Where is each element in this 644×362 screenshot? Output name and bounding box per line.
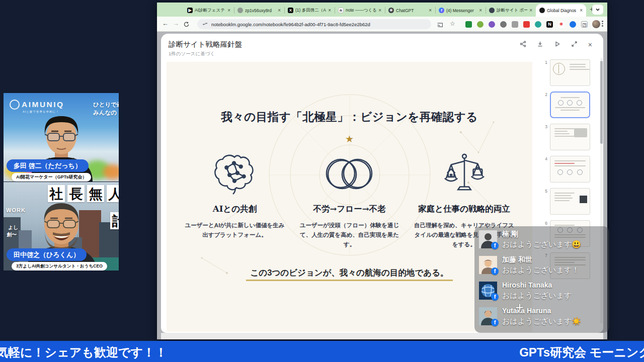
extension-icon-grid[interactable] xyxy=(512,21,518,28)
ticker-program-title: GPTs研究会 モーニング xyxy=(519,344,644,360)
chat-message: f 加藤 和世おはようございます！ xyxy=(474,254,609,280)
extension-icon-notion[interactable]: N xyxy=(546,21,553,28)
aimuniq-logo-text: AIMUNIQ xyxy=(22,100,64,109)
extensions-puzzle-icon[interactable]: ◳ xyxy=(581,21,588,28)
site-settings-icon xyxy=(202,22,208,27)
thumbnail-row: 3 xyxy=(542,124,598,150)
stream-stage: ▶AI診断フェスティ× zp1v56uxy8rd× X(1) 多田啓二（AI× … xyxy=(0,0,644,362)
x-icon: X xyxy=(288,8,293,13)
tab-close-icon[interactable]: × xyxy=(278,8,281,13)
bottom-ticker: 気軽に！シェアも歓迎です！！ GPTs研究会 モーニング xyxy=(0,341,644,362)
chat-message: f Hiroshi Tanakaおはようございます xyxy=(474,280,609,306)
chat-message: f 楠 剛おはようございます😃 xyxy=(474,229,609,254)
vision-column-ai: AIとの共創 ユーザーとAIが共に新しい価値を生み出すプラットフォーム。 xyxy=(180,151,290,249)
chat-text: おはようございます！ xyxy=(502,264,579,276)
url-text: notebooklm.google.com/notebook/fe964b2f-… xyxy=(211,22,370,27)
name-badge-tanaka: 田中啓之（ひろくん） xyxy=(7,248,87,261)
tab-favicon xyxy=(489,8,495,13)
notebook-title: 診断サイト戦略羅針盤 xyxy=(169,40,242,49)
thumbnail-row: 1 xyxy=(542,59,598,86)
extension-icon-red[interactable] xyxy=(523,21,530,28)
tab-search-chevron[interactable] xyxy=(592,5,603,15)
facebook-badge-icon: f xyxy=(491,267,499,275)
interlocking-rings-icon xyxy=(295,151,405,197)
close-icon[interactable]: × xyxy=(588,41,592,48)
tab-close-icon[interactable]: × xyxy=(529,8,532,13)
extension-icon-camera[interactable] xyxy=(500,21,507,28)
tab-ai-shindan-festival[interactable]: ▶AI診断フェスティ× xyxy=(184,4,234,17)
aimuniq-logo-icon xyxy=(10,100,20,110)
extension-icon-asterisk[interactable]: ✳ xyxy=(558,21,565,28)
slide-title: 我々の目指す「北極星」：ビジョンを再確認する xyxy=(167,109,532,125)
slide-thumbnail-4[interactable] xyxy=(550,156,590,183)
column-heading: AIとの共創 xyxy=(180,204,290,215)
back-icon[interactable]: ← xyxy=(162,20,169,27)
facebook-badge-icon: f xyxy=(491,242,499,249)
avatar: f xyxy=(479,307,497,325)
avatar: f xyxy=(479,282,497,300)
north-star-icon: ★ xyxy=(167,133,532,145)
chat-text: おはようございます☀️ xyxy=(502,316,581,327)
play-icon[interactable] xyxy=(554,40,560,49)
slide-thumbnail-2-current[interactable] xyxy=(550,92,590,118)
forward-icon[interactable]: → xyxy=(173,20,179,27)
tab-close-icon[interactable]: × xyxy=(328,8,331,13)
chat-text: おはようございます😃 xyxy=(502,239,581,250)
chat-text: おはようございます xyxy=(502,290,572,301)
note-icon: n xyxy=(338,8,344,13)
slide-thumbnail-1[interactable] xyxy=(550,59,590,86)
avatar: f xyxy=(479,256,497,274)
slide-thumbnail-3[interactable] xyxy=(550,124,590,150)
extension-icon-leaf[interactable] xyxy=(477,21,484,28)
thumbnail-row: 4 xyxy=(542,156,598,183)
browser-menu-icon[interactable] xyxy=(602,21,603,27)
chat-message: f Yutaka Harunaおはようございます☀️ xyxy=(474,306,609,331)
bookmark-star-icon[interactable]: ☆ xyxy=(450,20,455,27)
tab-favicon: ▶ xyxy=(187,8,193,13)
extension-icon-purple[interactable] xyxy=(489,21,495,28)
tab-close-icon[interactable]: × xyxy=(479,8,482,13)
tab-x-tada[interactable]: X(1) 多田啓二（AI× xyxy=(284,4,335,17)
tab-messenger[interactable]: f(4) Messenger× xyxy=(435,4,486,17)
tab-close-icon[interactable]: × xyxy=(378,8,381,13)
share-icon[interactable] xyxy=(520,40,526,49)
tab-zp1v56uxy8rd[interactable]: zp1v56uxy8rd× xyxy=(234,4,284,17)
name-badge-tada: 多田 啓二（ただっち） xyxy=(7,159,89,172)
thumbnail-row: 2 xyxy=(542,92,598,118)
brain-network-icon xyxy=(180,151,290,197)
globe-icon xyxy=(237,8,243,13)
extension-icon-sheets[interactable] xyxy=(465,21,472,28)
cast-icon[interactable] xyxy=(437,21,443,30)
banner-kanji-partial: 計 xyxy=(110,212,119,229)
reload-icon[interactable] xyxy=(183,21,190,30)
mouse-cursor xyxy=(516,304,523,311)
thumbnail-row: 5 xyxy=(542,188,598,215)
slide-thumbnail-5[interactable] xyxy=(550,188,590,215)
tab-close-icon[interactable]: × xyxy=(227,8,230,13)
address-bar[interactable]: notebooklm.google.com/notebook/fe964b2f-… xyxy=(197,19,431,29)
facebook-badge-icon: f xyxy=(491,319,499,326)
banner-text: ひとりで頑張 xyxy=(93,101,119,109)
chat-author: 楠 剛 xyxy=(502,229,581,239)
tab-close-icon[interactable]: × xyxy=(580,8,583,13)
chatgpt-icon: ✳ xyxy=(388,8,394,13)
facebook-badge-icon: f xyxy=(491,293,499,301)
page-background xyxy=(161,333,603,339)
tab-close-icon[interactable]: × xyxy=(429,8,432,13)
column-body: ユーザーとAIが共に新しい価値を生み出すプラットフォーム。 xyxy=(184,221,286,240)
balance-scale-icon xyxy=(410,151,519,197)
messenger-icon: f xyxy=(439,8,444,13)
extension-icon-blue[interactable] xyxy=(570,21,576,28)
profile-avatar[interactable] xyxy=(592,20,600,28)
chat-author: 加藤 和世 xyxy=(502,254,579,264)
fullscreen-icon[interactable] xyxy=(571,40,578,49)
live-chat-overlay: f 楠 剛おはようございます😃 f 加藤 和世おはようございます！ f Hiro… xyxy=(474,226,609,333)
chat-author: Yutaka Haruna xyxy=(502,306,581,316)
tab-global-diagnosis-active[interactable]: Global Diagnos× xyxy=(536,4,586,17)
tab-note[interactable]: nnote ——つくる× xyxy=(335,4,385,17)
tab-chatgpt[interactable]: ✳ChatGPT× xyxy=(385,4,435,17)
download-icon[interactable] xyxy=(537,40,543,49)
webcam-tada: AIMUNIQ AIと愛で世界を平和に！ ひとりで頑張 みんなの 多田 啓二（た… xyxy=(4,93,119,182)
extension-icon-teal[interactable] xyxy=(535,21,541,28)
tab-shindan-site[interactable]: 診断サイト ポー× xyxy=(486,4,536,17)
